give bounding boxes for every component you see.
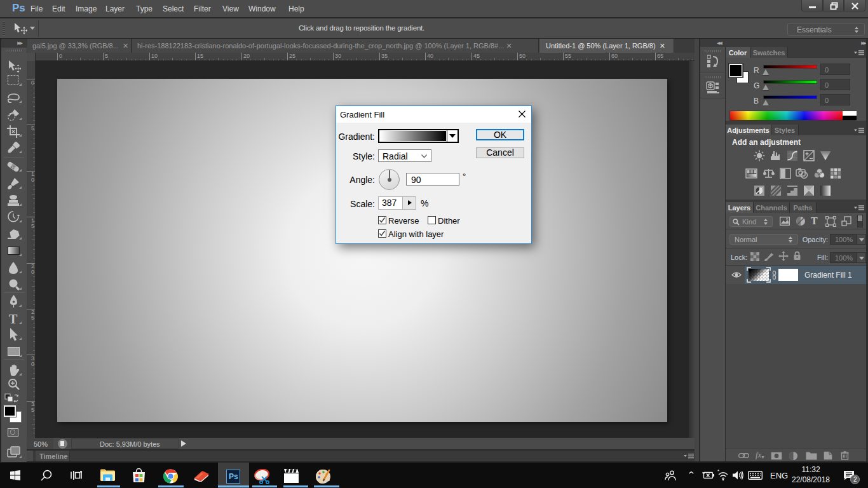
svg-text:*: * — [717, 470, 719, 474]
